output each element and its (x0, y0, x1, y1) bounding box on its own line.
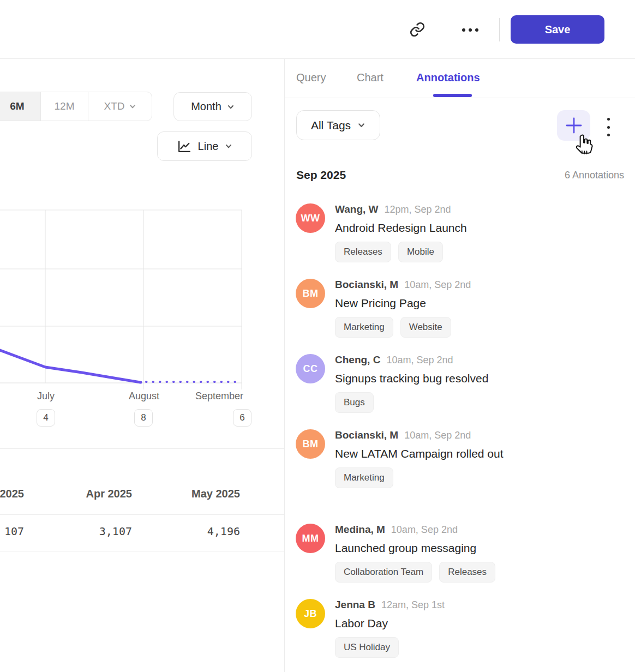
tags-filter-dropdown[interactable]: All Tags (296, 110, 380, 140)
table-cell[interactable]: 107 (0, 525, 24, 538)
add-annotation-button[interactable] (557, 110, 590, 141)
annotation-item[interactable]: BM Bocianski, M 10am, Sep 2nd New LATAM … (296, 429, 624, 488)
annotation-author: Jenna B (335, 599, 375, 611)
annotation-author: Bocianski, M (335, 279, 398, 291)
range-6m-button[interactable]: 6M (0, 92, 40, 121)
annotations-menu-button[interactable] (602, 118, 615, 136)
more-options-button[interactable] (459, 24, 481, 36)
granularity-dropdown[interactable]: Month (173, 92, 252, 121)
annotation-time: 12am, Sep 1st (381, 599, 445, 611)
annotation-item[interactable]: BM Bocianski, M 10am, Sep 2nd New Pricin… (296, 279, 624, 338)
annotation-title[interactable]: Signups tracking bug resolved (335, 369, 516, 388)
annotation-tag[interactable]: Bugs (335, 392, 374, 413)
kebab-icon (607, 118, 610, 121)
annotation-tag[interactable]: Releases (439, 562, 495, 583)
annotation-time: 10am, Sep 2nd (404, 429, 471, 441)
annotation-time: 10am, Sep 2nd (391, 524, 458, 536)
annotation-author: Wang, W (335, 203, 379, 215)
avatar: CC (296, 354, 325, 383)
annotation-count-badge-august[interactable]: 8 (134, 409, 153, 427)
annotation-tag[interactable]: US Holiday (335, 637, 399, 658)
ellipsis-icon (462, 28, 465, 32)
annotation-tag[interactable]: Mobile (398, 242, 443, 262)
annotation-count-badge-september[interactable]: 6 (233, 409, 251, 427)
chart-type-dropdown[interactable]: Line (157, 131, 252, 161)
annotation-title[interactable]: Labor Day (335, 614, 516, 633)
annotation-count-badge-july[interactable]: 4 (37, 409, 55, 427)
table-column-header[interactable]: May 2025 (132, 488, 240, 500)
tab-query[interactable]: Query (296, 71, 326, 84)
annotations-count: 6 Annotations (565, 170, 624, 181)
annotation-item[interactable]: WW Wang, W 12pm, Sep 2nd Android Redesig… (296, 203, 624, 262)
annotation-item[interactable]: CC Cheng, C 10am, Sep 2nd Signups tracki… (296, 354, 624, 413)
annotation-author: Cheng, C (335, 354, 380, 366)
annotation-tag[interactable]: Releases (335, 242, 391, 262)
annotation-time: 10am, Sep 2nd (386, 354, 453, 366)
line-chart-icon (177, 139, 191, 154)
plus-icon (566, 117, 582, 134)
table-row: 107 3,107 4,196 (0, 525, 240, 538)
chevron-down-icon (225, 142, 232, 150)
tab-annotations[interactable]: Annotations (416, 71, 480, 84)
header-divider (499, 18, 500, 41)
chevron-down-icon (129, 103, 136, 110)
annotation-author: Medina, M (335, 524, 385, 536)
table-top-border (0, 448, 284, 449)
table-cell[interactable]: 3,107 (24, 525, 132, 538)
active-tab-indicator (433, 94, 472, 97)
link-icon (409, 21, 426, 38)
avatar: WW (296, 203, 325, 233)
range-12m-button[interactable]: 12M (40, 92, 88, 121)
annotation-item[interactable]: JB Jenna B 12am, Sep 1st Labor Day US Ho… (296, 599, 624, 658)
table-header-border (0, 514, 284, 515)
header-border (0, 58, 635, 59)
series-line-solid (0, 350, 141, 382)
annotation-title[interactable]: New Pricing Page (335, 294, 516, 313)
tabs-border (285, 98, 635, 98)
range-xtd-button[interactable]: XTD (88, 92, 152, 121)
annotation-title[interactable]: Launched group messaging (335, 539, 516, 557)
avatar: MM (296, 524, 325, 553)
avatar: JB (296, 599, 325, 628)
table-header-row: 2025 Apr 2025 May 2025 (0, 488, 240, 500)
avatar: BM (296, 279, 325, 308)
panel-divider (284, 59, 285, 672)
date-range-group: 6M 12M XTD (0, 92, 152, 121)
annotation-time: 12pm, Sep 2nd (385, 203, 451, 215)
annotation-tag[interactable]: Marketing (335, 317, 393, 338)
chevron-down-icon (357, 121, 366, 129)
table-column-header[interactable]: Apr 2025 (24, 488, 132, 500)
annotation-title[interactable]: Android Redesign Launch (335, 219, 516, 237)
annotation-tag[interactable]: Marketing (335, 467, 393, 488)
x-axis-label-august: August (117, 391, 171, 402)
annotation-item[interactable]: MM Medina, M 10am, Sep 2nd Launched grou… (296, 524, 624, 583)
copy-link-button[interactable] (408, 20, 427, 39)
annotation-time: 10am, Sep 2nd (404, 279, 471, 291)
table-row-border (0, 551, 284, 551)
save-button[interactable]: Save (511, 15, 604, 44)
tab-chart[interactable]: Chart (357, 71, 384, 84)
table-column-header[interactable]: 2025 (0, 488, 24, 500)
annotation-author: Bocianski, M (335, 429, 398, 441)
x-axis-label-september: September (189, 391, 243, 402)
annotation-tag[interactable]: Website (400, 317, 451, 338)
line-chart[interactable] (0, 207, 284, 393)
x-axis-label-july: July (24, 391, 68, 402)
chevron-down-icon (227, 103, 235, 111)
annotation-title[interactable]: New LATAM Campaign rolled out (335, 445, 516, 463)
table-cell[interactable]: 4,196 (132, 525, 240, 538)
annotation-tag[interactable]: Collaboration Team (335, 562, 432, 583)
avatar: BM (296, 429, 325, 459)
annotations-month-header: Sep 2025 (296, 169, 346, 182)
